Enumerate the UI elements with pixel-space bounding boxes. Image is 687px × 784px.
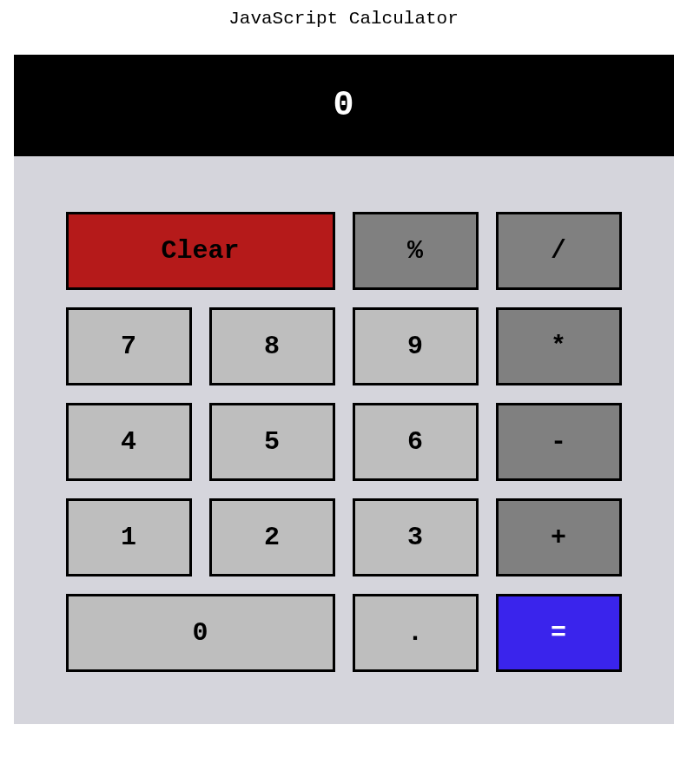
digit-3-button[interactable]: 3 (353, 498, 479, 576)
multiply-button[interactable]: * (496, 307, 622, 385)
digit-8-button[interactable]: 8 (209, 307, 335, 385)
digit-9-button[interactable]: 9 (353, 307, 479, 385)
digit-1-button[interactable]: 1 (66, 498, 192, 576)
equals-button[interactable]: = (496, 594, 622, 672)
digit-0-button[interactable]: 0 (66, 594, 335, 672)
row-1: Clear % / (66, 212, 622, 290)
row-3: 4 5 6 - (66, 403, 622, 481)
digit-7-button[interactable]: 7 (66, 307, 192, 385)
subtract-button[interactable]: - (496, 403, 622, 481)
page-title: JavaScript Calculator (0, 0, 687, 55)
row-2: 7 8 9 * (66, 307, 622, 385)
digit-5-button[interactable]: 5 (209, 403, 335, 481)
calculator: 0 Clear % / 7 8 9 * 4 5 6 - 1 2 3 + 0 . (14, 55, 674, 724)
button-grid: Clear % / 7 8 9 * 4 5 6 - 1 2 3 + 0 . = (14, 160, 674, 724)
digit-2-button[interactable]: 2 (209, 498, 335, 576)
digit-6-button[interactable]: 6 (353, 403, 479, 481)
add-button[interactable]: + (496, 498, 622, 576)
percent-button[interactable]: % (353, 212, 479, 290)
digit-4-button[interactable]: 4 (66, 403, 192, 481)
calculator-display: 0 (14, 55, 674, 160)
row-5: 0 . = (66, 594, 622, 672)
row-4: 1 2 3 + (66, 498, 622, 576)
divide-button[interactable]: / (496, 212, 622, 290)
decimal-button[interactable]: . (353, 594, 479, 672)
clear-button[interactable]: Clear (66, 212, 335, 290)
